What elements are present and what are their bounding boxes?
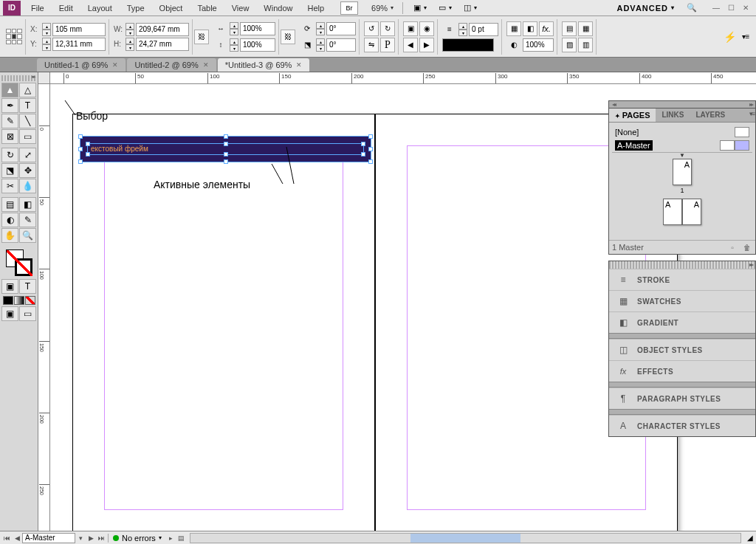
open-button[interactable]: ▸: [166, 533, 176, 543]
selection-tool[interactable]: ▲: [1, 83, 18, 97]
selection-handle[interactable]: [86, 142, 90, 146]
x-spinner[interactable]: ▴▾: [42, 23, 51, 36]
fill-stroke-swatch[interactable]: [6, 249, 32, 276]
master-a[interactable]: A-Master: [612, 139, 752, 152]
panel-gradient[interactable]: ◧ GRADIENT: [609, 311, 755, 333]
x-input[interactable]: [52, 23, 106, 36]
menu-object[interactable]: Object: [152, 1, 190, 15]
control-menu-icon[interactable]: ▾≡: [738, 30, 753, 44]
constrain-scale-icon[interactable]: ⛓: [281, 30, 295, 44]
selection-handle[interactable]: [78, 147, 83, 151]
quick-apply-icon[interactable]: ⚡: [722, 30, 737, 44]
selection-handle[interactable]: [368, 134, 373, 139]
selection-handle[interactable]: [368, 159, 373, 164]
apply-gradient-icon[interactable]: [14, 296, 24, 305]
h-input[interactable]: [136, 38, 189, 51]
tab-untitled-2[interactable]: Untitled-2 @ 69% ✕: [127, 58, 216, 72]
tools-grip[interactable]: [1, 75, 36, 81]
stroke-input[interactable]: [469, 23, 498, 36]
rectangle-frame-tool[interactable]: ⊠: [1, 129, 18, 144]
minimize-button[interactable]: —: [710, 3, 722, 13]
apply-none-icon[interactable]: [25, 296, 35, 305]
tab-layers[interactable]: LAYERS: [690, 109, 731, 122]
select-prev-icon[interactable]: ◀: [403, 38, 418, 52]
horizontal-ruler[interactable]: 0 50 100 150 200 250 300 350 400 450: [50, 72, 756, 84]
h-spinner[interactable]: ▴▾: [126, 38, 134, 51]
menu-table[interactable]: Table: [190, 1, 224, 15]
line-tool[interactable]: ╲: [19, 114, 36, 128]
selection-handle[interactable]: [368, 147, 373, 151]
close-button[interactable]: ✕: [740, 3, 752, 13]
zoom-level[interactable]: 69%: [367, 2, 398, 14]
text-wrap-jump-icon[interactable]: ▥: [578, 38, 593, 52]
menu-view[interactable]: View: [224, 1, 257, 15]
menu-window[interactable]: Window: [256, 1, 300, 15]
menu-type[interactable]: Type: [120, 1, 152, 15]
apply-color-icon[interactable]: [3, 296, 13, 305]
eyedropper-tool[interactable]: 💧: [19, 179, 36, 193]
preview-mode-icon[interactable]: ▭: [19, 306, 36, 321]
next-page-button[interactable]: ▶: [86, 533, 96, 543]
stroke-swatch[interactable]: [15, 258, 32, 276]
selection-handle[interactable]: [78, 134, 83, 139]
workspace-switcher[interactable]: ADVANCED: [609, 2, 682, 14]
direct-selection-tool[interactable]: △: [19, 83, 36, 97]
y-spinner[interactable]: ▴▾: [42, 38, 51, 51]
new-page-icon[interactable]: ▫: [727, 242, 738, 252]
selection-handle[interactable]: [86, 152, 90, 156]
drop-shadow-icon[interactable]: ◧: [523, 21, 537, 36]
master-none[interactable]: [None]: [612, 125, 752, 139]
reference-point[interactable]: [6, 29, 22, 45]
y-input[interactable]: [52, 38, 106, 51]
tab-pages[interactable]: ✦ PAGES: [609, 109, 656, 122]
panel-paragraph-styles[interactable]: ¶ PARAGRAPH STYLES: [609, 388, 755, 409]
note-tool[interactable]: ▤: [1, 197, 18, 212]
normal-view-icon[interactable]: ▣: [1, 306, 18, 321]
pencil-tool[interactable]: ✎: [1, 114, 18, 128]
close-icon[interactable]: ✕: [296, 61, 302, 69]
select-content-icon[interactable]: ◉: [419, 21, 434, 36]
panel-grip[interactable]: [609, 261, 755, 269]
rotate-tool[interactable]: ↻: [1, 148, 18, 162]
scale-x-spinner[interactable]: ▴▾: [230, 22, 238, 35]
search-icon[interactable]: 🔍: [685, 1, 698, 15]
constrain-wh-icon[interactable]: ⛓: [194, 30, 209, 44]
scrollbar-thumb[interactable]: [410, 534, 520, 543]
tab-links[interactable]: LINKS: [656, 109, 690, 122]
zoom-tool[interactable]: 🔍: [19, 228, 36, 243]
close-icon[interactable]: ✕: [203, 61, 209, 69]
select-next-icon[interactable]: ▶: [419, 38, 434, 52]
selection-handle[interactable]: [224, 159, 228, 164]
selection-handle[interactable]: [78, 159, 83, 164]
pen-tool[interactable]: ✒: [1, 98, 18, 113]
scissors-tool[interactable]: ✂: [1, 179, 18, 193]
panel-character-styles[interactable]: A CHARACTER STYLES: [609, 415, 755, 436]
prev-page-button[interactable]: ◀: [12, 533, 22, 543]
rotate-ccw-icon[interactable]: ↺: [364, 21, 379, 36]
rotate-spinner[interactable]: ▴▾: [316, 22, 325, 35]
flip-h-icon[interactable]: ⇋: [364, 38, 379, 52]
tab-untitled-1[interactable]: Untitled-1 @ 69% ✕: [37, 58, 126, 72]
opacity-input[interactable]: [523, 38, 554, 52]
fx-opacity-icon[interactable]: ▦: [506, 21, 521, 36]
arrange-dropdown[interactable]: ▭: [433, 1, 458, 14]
rectangle-tool[interactable]: ▭: [19, 129, 36, 144]
text-wrap-none-icon[interactable]: ▤: [562, 21, 577, 36]
ruler-origin[interactable]: [38, 72, 50, 84]
scale-tool[interactable]: ⤢: [19, 148, 36, 162]
shear-tool[interactable]: ⬔: [1, 163, 18, 178]
page-thumb-left[interactable]: A: [663, 199, 682, 225]
page-thumb-right[interactable]: A: [682, 199, 701, 225]
fx-menu-icon[interactable]: fx.: [539, 21, 554, 36]
menu-file[interactable]: File: [24, 1, 52, 15]
type-tool[interactable]: T: [19, 98, 36, 113]
selected-text-frame[interactable]: екстовый фрейм: [87, 143, 364, 155]
page-field[interactable]: [22, 533, 75, 543]
first-page-button[interactable]: ⏮: [1, 533, 12, 543]
preflight-dropdown-icon[interactable]: ▾: [159, 534, 162, 541]
last-page-button[interactable]: ⏭: [96, 533, 106, 543]
gradient-tool[interactable]: ◧: [19, 197, 36, 212]
close-icon[interactable]: ✕: [112, 61, 118, 69]
preflight-status[interactable]: No errors ▾: [108, 534, 166, 543]
menu-layout[interactable]: Layout: [80, 1, 120, 15]
